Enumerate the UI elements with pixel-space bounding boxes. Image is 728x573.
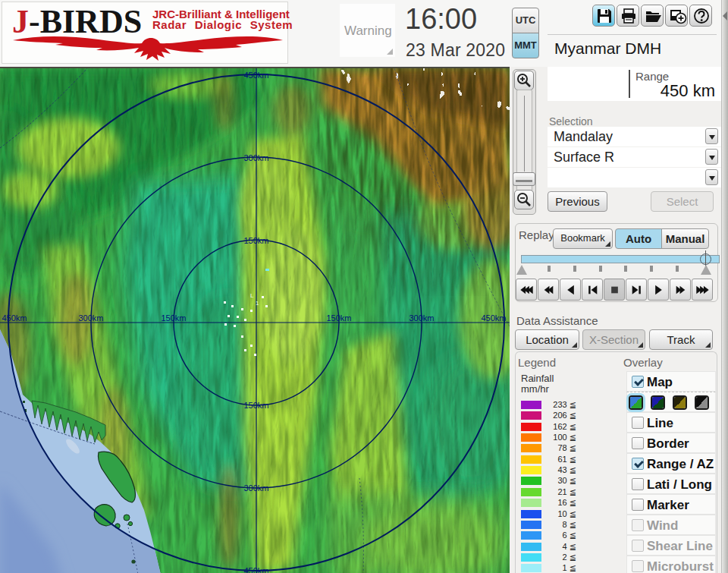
svg-text:450km: 450km bbox=[2, 313, 27, 323]
svg-text:300km: 300km bbox=[243, 153, 268, 162]
svg-text:300km: 300km bbox=[78, 313, 103, 323]
svg-text:150km: 150km bbox=[243, 401, 268, 410]
svg-text:450km: 450km bbox=[243, 566, 268, 573]
svg-text:1: 1 bbox=[256, 300, 259, 307]
svg-text:300km: 300km bbox=[243, 483, 268, 493]
svg-text:450km: 450km bbox=[481, 313, 506, 323]
svg-text:450km: 450km bbox=[243, 71, 268, 80]
svg-text:L: L bbox=[250, 292, 254, 299]
svg-text:150km: 150km bbox=[161, 313, 186, 323]
svg-text:150km: 150km bbox=[243, 236, 268, 245]
svg-text:150km: 150km bbox=[326, 313, 351, 323]
svg-text:300km: 300km bbox=[409, 313, 434, 323]
